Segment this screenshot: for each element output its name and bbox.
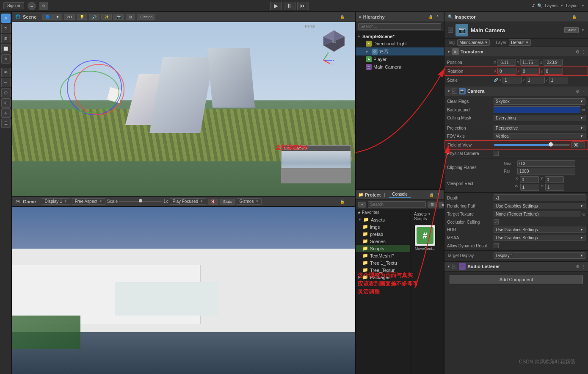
fov-slider[interactable] [494,144,570,146]
extra-tool[interactable]: ☰ [1,119,11,128]
settings-icon[interactable]: ⚙ [39,2,48,10]
camera-comp-header[interactable]: ▼ ✓ 📷 Camera ⚙ ⋮ [444,86,588,96]
hier-item-directional-light[interactable]: ☀ Directional Light [356,40,444,47]
erase-tool[interactable]: ⬡ [1,88,11,97]
scene-options-btn[interactable]: ▼ [52,14,62,19]
hier-item-main-camera[interactable]: 📷 Main Camera [356,63,444,71]
scale-y[interactable] [526,77,545,83]
view-tool[interactable]: 👁 [1,68,11,77]
audio-btn[interactable]: 🔊 [89,14,99,20]
gizmos-scene-btn[interactable]: Gizmos [137,14,156,20]
proj-more[interactable]: ⋮ [435,192,441,198]
proj-lock[interactable]: 🔒 [428,192,434,198]
rot-y[interactable] [521,68,540,75]
free-aspect-btn[interactable]: Free Aspect ▼ [72,198,105,205]
folder-imgs[interactable]: 📁 imgs [356,223,410,230]
vp-h[interactable] [545,184,564,191]
near-input[interactable] [517,160,575,167]
depth-input[interactable] [494,194,585,201]
undo-btn[interactable]: ↺ [531,3,535,8]
scene-lock[interactable]: 🔒 [339,14,345,20]
rendering-path-dropdown[interactable]: Use Graphics Settings ▼ [494,203,585,209]
scene-camera-btn[interactable]: 📷 [113,14,124,20]
select-tool[interactable]: ⊹ [1,108,11,118]
add-component-button[interactable]: Add Component [450,275,583,284]
sign-in-button[interactable]: Sign in [3,2,24,9]
folder-textmesh[interactable]: 📁 TextMesh P [356,252,410,259]
vp-y[interactable] [545,176,564,183]
search-btn[interactable]: 🔍 [537,3,542,8]
physical-camera-checkbox[interactable] [494,151,499,156]
fov-input[interactable] [571,141,585,148]
paint-tool[interactable]: ✏ [1,78,11,87]
scale-tool[interactable]: ⊞ [1,34,11,43]
pos-y[interactable] [520,59,539,66]
fov-axis-dropdown[interactable]: Vertical ▼ [494,133,585,139]
scale-z[interactable] [549,77,568,83]
play-focused-btn[interactable]: Play Focused ▼ [170,198,207,205]
scale-track[interactable] [119,201,162,202]
audio-more-icon[interactable]: ⋮ [581,264,585,269]
insp-lock[interactable]: 🔒 [571,14,577,20]
asset-script[interactable]: # MoveCont... [412,224,438,252]
rot-z[interactable] [544,68,563,75]
pause-button[interactable]: ⏸ [284,2,295,10]
light-btn[interactable]: 💡 [77,14,87,20]
object-enabled-toggle[interactable]: ✓ [448,28,453,33]
proj-tb-icon1[interactable]: ⊞ [428,202,437,208]
scene-more[interactable]: ⋮ [346,14,352,20]
allow-dynamic-checkbox[interactable] [494,243,499,248]
game-more[interactable]: ⋮ [346,199,352,205]
hier-more[interactable]: ⋮ [434,14,440,20]
hier-item-maze[interactable]: ▶ ⬡ 迷宫 [356,47,444,55]
hier-item-player[interactable]: ▶ Player [356,55,444,63]
console-tab[interactable]: Console [389,191,411,198]
color-edit-icon[interactable]: ✏ [582,108,585,112]
occlusion-checkbox[interactable]: ✓ [494,219,499,224]
grid-btn[interactable]: ⊞ [126,14,135,20]
rot-x[interactable] [497,68,516,75]
2d-btn[interactable]: 2D [64,14,75,20]
vp-x[interactable] [520,176,539,183]
folder-scenes[interactable]: 📁 Scenes [356,238,410,245]
folder-assets[interactable]: ▼ 📁 Assets [356,216,410,223]
game-display-btn[interactable]: Display 1 ▼ [42,198,70,205]
folder-scripts[interactable]: 📁 Scripts [356,245,410,252]
msaa-dropdown[interactable]: Use Graphics Settings ▼ [494,235,585,241]
static-badge[interactable]: Static [564,27,579,33]
far-input[interactable] [517,168,575,175]
play-button[interactable]: ▶ [270,2,282,10]
audio-listener-header[interactable]: ▼ ✓ 🎧 Audio Listener ⚙ ⋮ [444,262,588,271]
game-lock[interactable]: 🔒 [339,199,345,205]
hdr-dropdown[interactable]: Use Graphics Settings ▼ [494,227,585,233]
tag-dropdown[interactable]: MainCamera ▼ [457,39,490,46]
rect-tool[interactable]: ⬜ [1,44,11,53]
folder-tree2[interactable]: 📁 Tree_Textur [356,266,410,274]
target-texture-target[interactable]: ⊙ [582,212,585,216]
target-display-dropdown[interactable]: Display 1 ▼ [494,252,585,259]
vp-w[interactable] [520,184,539,191]
projection-dropdown[interactable]: Perspective ▼ [494,125,585,131]
gizmos-game-btn[interactable]: Gizmos ▼ [237,198,262,205]
project-search[interactable] [368,201,426,208]
pos-z[interactable] [544,59,563,66]
scale-x[interactable] [502,77,522,83]
effects-btn[interactable]: ✨ [101,14,112,20]
folder-packages[interactable]: ▶ 📁 Packages [356,274,410,281]
background-color[interactable] [494,106,580,113]
camera-more-icon[interactable]: ⋮ [581,89,585,94]
transform-tool[interactable]: ⊕ [1,54,11,64]
folder-tree1[interactable]: 📁 Tree 1_Textu [356,259,410,266]
create-btn[interactable]: + [358,202,366,208]
folder-prefab[interactable]: 📁 prefab [356,230,410,238]
transform-header[interactable]: ▼ ⊞ Transform ⚙ ⋮ [444,47,588,56]
camera-enabled[interactable]: ✓ [452,89,457,94]
hier-lock[interactable]: 🔒 [428,14,433,20]
grid-tool[interactable]: ⊞ [1,98,11,108]
camera-settings-icon[interactable]: ⚙ [576,89,580,94]
audio-enabled[interactable]: ✓ [452,264,457,269]
mute-btn[interactable]: 🔇 [208,199,218,205]
layer-dropdown[interactable]: Default ▼ [509,39,531,46]
audio-settings-icon[interactable]: ⚙ [576,264,580,269]
culling-mask-dropdown[interactable]: Everything ▼ [494,115,585,121]
